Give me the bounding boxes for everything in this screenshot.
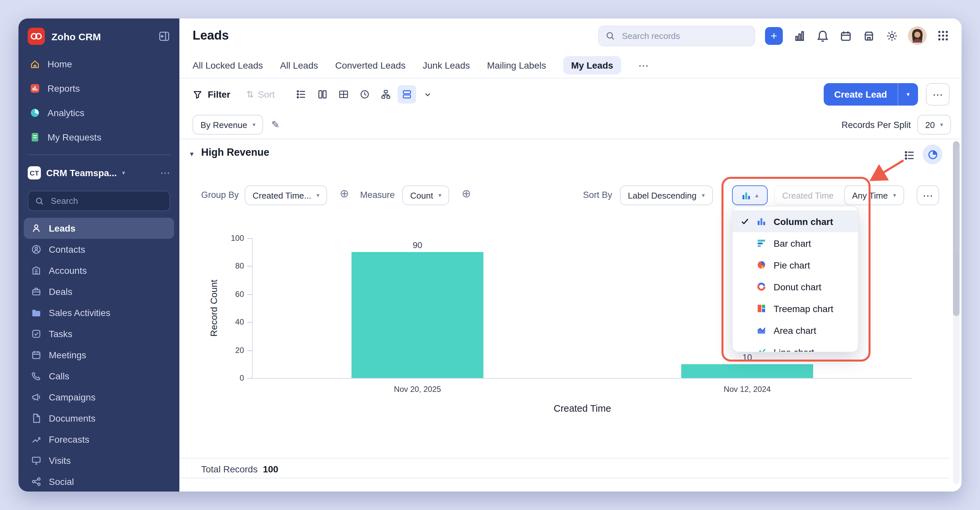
tab-converted-leads[interactable]: Converted Leads [335, 60, 405, 70]
my-requests-icon [29, 131, 40, 142]
section-title: High Revenue [201, 147, 269, 158]
toolbar-more-button[interactable]: ⋯ [926, 83, 950, 105]
sidebar-item-my-requests[interactable]: My Requests [19, 125, 180, 149]
sidebar-item-accounts[interactable]: Accounts [24, 260, 174, 281]
sidebar-item-sales-activities[interactable]: Sales Activities [24, 302, 174, 323]
create-lead-dropdown-button[interactable]: ▾ [897, 83, 918, 105]
bar-value-label: 90 [413, 240, 422, 250]
chart-bar[interactable] [352, 252, 484, 378]
menu-item-donut-chart[interactable]: Donut chart [733, 276, 858, 298]
sort-by-dropdown[interactable]: Label Descending ▾ [620, 185, 713, 205]
measure-dropdown[interactable]: Count ▾ [402, 185, 449, 205]
sidebar-search-input[interactable] [49, 195, 163, 207]
contacts-icon [30, 244, 41, 255]
section-chart-view-icon[interactable] [923, 145, 942, 164]
menu-item-bar-chart[interactable]: Bar chart [733, 232, 858, 254]
sidebar-top-nav: Home Reports Analytics My Requests [19, 51, 180, 149]
sidebar-item-social[interactable]: Social [24, 471, 174, 491]
total-records-value: 100 [263, 464, 278, 474]
meetings-icon [30, 349, 41, 360]
list-view-icon[interactable] [292, 85, 310, 104]
menu-item-line-chart[interactable]: Line chart [733, 341, 858, 352]
bar-group: 90 [352, 238, 484, 378]
marketplace-icon[interactable] [862, 29, 875, 42]
menu-item-treemap-chart[interactable]: Treemap chart [733, 298, 858, 319]
view-switcher [292, 85, 437, 104]
tab-mailing-labels[interactable]: Mailing Labels [487, 60, 546, 70]
tab-my-leads[interactable]: My Leads [563, 56, 621, 75]
pie-chart-icon [756, 260, 768, 270]
zoho-crm-window: Zoho CRM Home Reports Analytics [19, 19, 961, 491]
page-title: Leads [192, 29, 229, 43]
split-toolbar: By Revenue ▾ ✎ Records Per Split 20 ▾ [180, 110, 961, 139]
bar-chart-icon [756, 238, 768, 248]
table-view-icon[interactable] [334, 85, 353, 104]
kanban-view-icon[interactable] [313, 85, 331, 104]
sidebar-modules: Leads Contacts Accounts Deals Sales Acti… [19, 215, 180, 491]
tab-junk-leads[interactable]: Junk Leads [423, 60, 470, 70]
teamspace-more-icon[interactable]: ⋯ [160, 167, 170, 179]
teamspace-selector[interactable]: CT CRM Teamspa... ▾ ⋯ [19, 160, 180, 185]
tabs-more-icon[interactable]: ⋯ [638, 59, 649, 72]
sidebar-item-tasks[interactable]: Tasks [24, 323, 174, 344]
menu-item-area-chart[interactable]: Area chart [733, 319, 858, 341]
menu-item-pie-chart[interactable]: Pie chart [733, 254, 858, 276]
analytics-icon [29, 107, 40, 118]
tab-all-leads[interactable]: All Leads [280, 60, 318, 70]
chart-view-icon[interactable] [355, 85, 374, 104]
sidebar-item-contacts[interactable]: Contacts [24, 239, 174, 260]
section-list-view-icon[interactable] [902, 148, 917, 162]
sidebar-item-calls[interactable]: Calls [24, 365, 174, 387]
sidebar-item-meetings[interactable]: Meetings [24, 344, 174, 365]
calendar-icon[interactable] [839, 29, 852, 42]
bar-value-label: 10 [743, 352, 752, 362]
sidebar-item-documents[interactable]: Documents [24, 408, 174, 429]
group-by-dropdown[interactable]: Created Time... ▾ [245, 185, 328, 205]
area-chart-icon [756, 325, 768, 335]
sidebar-search[interactable] [28, 191, 170, 211]
add-group-by-icon[interactable]: ⊕ [340, 187, 349, 201]
sidebar-item-label: Tasks [49, 328, 73, 339]
sidebar-item-visits[interactable]: Visits [24, 450, 174, 471]
global-search-input[interactable] [620, 30, 748, 41]
reports-icon [29, 83, 40, 94]
measure-value: Count [410, 190, 433, 200]
quick-create-button[interactable]: + [765, 27, 783, 45]
date-range-dropdown[interactable]: Any Time ▾ [844, 185, 904, 205]
split-view-icon[interactable] [397, 85, 416, 104]
section-collapse-caret[interactable]: ▾ [190, 150, 194, 158]
zia-insights-icon[interactable] [793, 29, 806, 42]
split-field-dropdown[interactable]: By Revenue ▾ [192, 115, 264, 135]
sidebar-item-analytics[interactable]: Analytics [19, 100, 180, 125]
hierarchy-view-icon[interactable] [376, 85, 395, 104]
sidebar-item-campaigns[interactable]: Campaigns [24, 387, 174, 408]
user-avatar[interactable] [908, 26, 927, 45]
toolbar: Filter ⇅ Sort Create Lead [180, 78, 961, 110]
notifications-bell-icon[interactable] [816, 29, 829, 42]
x-axis-title: Created Time [253, 403, 912, 414]
sort-button[interactable]: ⇅ Sort [246, 89, 275, 100]
chart-type-button[interactable]: ▴ [732, 185, 768, 205]
collapse-sidebar-icon[interactable] [158, 30, 170, 42]
sidebar-item-deals[interactable]: Deals [24, 281, 174, 302]
sidebar-item-home[interactable]: Home [19, 51, 180, 76]
records-per-split-dropdown[interactable]: 20 ▾ [917, 115, 951, 135]
chart-bar[interactable] [681, 364, 813, 378]
sidebar-item-reports[interactable]: Reports [19, 76, 180, 100]
views-chevron-down-icon[interactable] [418, 85, 437, 104]
menu-scrollbar-thumb[interactable] [956, 147, 959, 254]
sidebar-item-forecasts[interactable]: Forecasts [24, 429, 174, 450]
create-lead-button[interactable]: Create Lead [824, 83, 897, 105]
settings-gear-icon[interactable] [885, 29, 898, 42]
add-measure-icon[interactable]: ⊕ [461, 187, 471, 201]
panel-more-button[interactable]: ⋯ [917, 185, 939, 205]
filter-button[interactable]: Filter [192, 89, 230, 100]
menu-item-column-chart[interactable]: Column chart [733, 210, 858, 232]
apps-grid-icon[interactable] [937, 29, 950, 42]
tab-all-locked-leads[interactable]: All Locked Leads [192, 60, 263, 70]
sidebar-item-leads[interactable]: Leads [24, 218, 174, 239]
global-search[interactable] [598, 26, 755, 46]
sales-activities-icon [30, 307, 41, 318]
edit-split-icon[interactable]: ✎ [271, 119, 280, 131]
y-tick-label: 20 [218, 346, 244, 355]
